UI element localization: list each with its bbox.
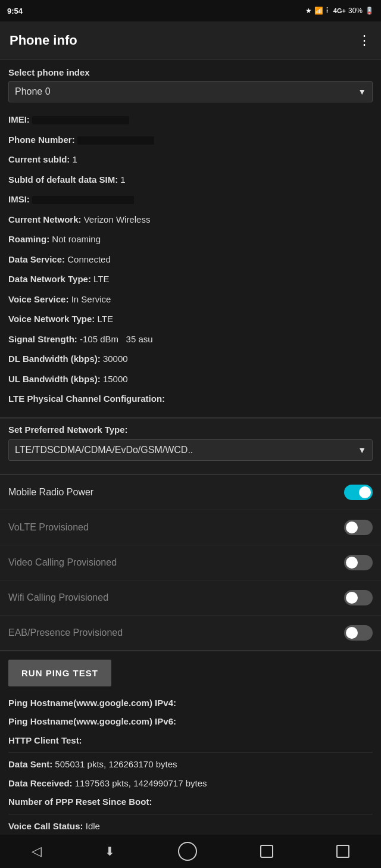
square-button[interactable]	[336, 845, 349, 858]
network-type-section: Set Preferred Network Type: LTE/TDSCDMA/…	[0, 418, 381, 474]
network-type-dropdown[interactable]: LTE/TDSCDMA/CDMA/EvDo/GSM/WCD.. ▼	[8, 439, 373, 461]
default-data-sim-row: SubId of default data SIM: 1	[8, 170, 373, 190]
battery-percent: 30%	[348, 7, 363, 15]
wifi-calling-provisioned-row: Wifi Calling Provisioned	[0, 580, 381, 616]
phone-number-row: Phone Number:	[8, 130, 373, 150]
wifi-calling-provisioned-label: Wifi Calling Provisioned	[8, 592, 108, 603]
toggle-knob	[346, 627, 358, 639]
download-icon[interactable]: ⬇	[105, 844, 115, 858]
data-sent-row: Data Sent: 505031 pkts, 126263170 bytes	[8, 755, 373, 774]
toggle-knob	[346, 522, 358, 533]
mobile-radio-power-label: Mobile Radio Power	[8, 487, 93, 498]
eab-presence-provisioned-row: EAB/Presence Provisioned	[0, 616, 381, 650]
bottom-info-section: Ping Hostname(www.google.com) IPv4: Ping…	[0, 689, 381, 859]
data-service-row: Data Service: Connected	[8, 249, 373, 270]
network-type-label: Set Preferred Network Type:	[8, 424, 373, 435]
run-ping-test-button[interactable]: RUN PING TEST	[8, 660, 111, 686]
mobile-radio-power-toggle[interactable]	[344, 485, 373, 500]
back-button[interactable]: ◁	[32, 844, 42, 859]
data-received-row: Data Received: 1197563 pkts, 1424990717 …	[8, 774, 373, 793]
eab-presence-provisioned-label: EAB/Presence Provisioned	[8, 627, 123, 638]
signal-icon: ⠇	[326, 7, 331, 15]
battery-icon: 🪫	[365, 7, 374, 15]
main-content: Select phone index Phone 0 ▼ IMEI: Phone…	[0, 60, 381, 417]
network-type-value: LTE/TDSCDMA/CDMA/EvDo/GSM/WCD..	[15, 445, 193, 455]
divider-3	[0, 651, 381, 651]
toggle-knob	[346, 557, 358, 569]
signal-strength-row: Signal Strength: -105 dBm 35 asu	[8, 329, 373, 349]
current-network-row: Current Network: Verizon Wireless	[8, 210, 373, 230]
navigation-bar: ◁ ⬇	[0, 835, 381, 868]
phone-index-value: Phone 0	[15, 86, 51, 97]
status-icons: ★ 📶 ⠇ 4G+ 30% 🪫	[305, 7, 374, 15]
volte-provisioned-label: VoLTE Provisioned	[8, 522, 89, 533]
ping-ipv4-row: Ping Hostname(www.google.com) IPv4:	[8, 694, 373, 713]
mobile-radio-power-row: Mobile Radio Power	[0, 475, 381, 510]
toggle-knob	[359, 486, 371, 498]
wifi-calling-provisioned-toggle[interactable]	[344, 590, 373, 605]
voice-call-status-row: Voice Call Status: Idle	[8, 817, 373, 836]
recents-button[interactable]	[260, 845, 273, 858]
imsi-row: IMSI:	[8, 189, 373, 210]
divider-4	[8, 752, 373, 753]
current-subid-row: Current subId: 1	[8, 149, 373, 170]
video-calling-provisioned-label: Video Calling Provisioned	[8, 557, 117, 568]
overflow-menu-button[interactable]: ⋮	[358, 33, 371, 48]
divider-5	[8, 814, 373, 814]
phone-index-dropdown[interactable]: Phone 0 ▼	[8, 81, 373, 102]
voice-service-row: Voice Service: In Service	[8, 289, 373, 310]
roaming-row: Roaming: Not roaming	[8, 229, 373, 249]
ppp-reset-row: Number of PPP Reset Since Boot:	[8, 792, 373, 811]
bluetooth-icon: ★	[305, 7, 312, 15]
status-bar: 9:54 ★ 📶 ⠇ 4G+ 30% 🪫	[0, 0, 381, 21]
volte-provisioned-row: VoLTE Provisioned	[0, 510, 381, 545]
eab-presence-provisioned-toggle[interactable]	[344, 625, 373, 641]
wifi-icon: 📶	[314, 7, 323, 15]
info-rows: IMEI: Phone Number: Current subId: 1 Sub…	[8, 110, 373, 410]
chevron-down-icon: ▼	[358, 445, 366, 455]
app-header: Phone info ⋮	[0, 21, 381, 60]
lte-physical-channel-row: LTE Physical Channel Configuration:	[8, 389, 373, 410]
volte-provisioned-toggle[interactable]	[344, 520, 373, 535]
ping-ipv6-row: Ping Hostname(www.google.com) IPv6:	[8, 712, 373, 731]
toggle-section: Mobile Radio Power VoLTE Provisioned Vid…	[0, 474, 381, 651]
status-time: 9:54	[7, 7, 23, 15]
dl-bandwidth-row: DL Bandwidth (kbps): 30000	[8, 349, 373, 369]
page-title: Phone info	[10, 33, 77, 48]
imei-row: IMEI:	[8, 110, 373, 130]
toggle-knob	[346, 592, 358, 604]
video-calling-provisioned-toggle[interactable]	[344, 555, 373, 570]
http-client-test-row: HTTP Client Test:	[8, 731, 373, 750]
ul-bandwidth-row: UL Bandwidth (kbps): 15000	[8, 369, 373, 389]
home-button[interactable]	[178, 842, 197, 861]
data-network-type-row: Data Network Type: LTE	[8, 269, 373, 289]
voice-network-type-row: Voice Network Type: LTE	[8, 309, 373, 329]
chevron-down-icon: ▼	[358, 87, 366, 96]
phone-index-label: Select phone index	[8, 67, 373, 77]
lte-badge: 4G+	[333, 7, 346, 14]
video-calling-provisioned-row: Video Calling Provisioned	[0, 545, 381, 580]
